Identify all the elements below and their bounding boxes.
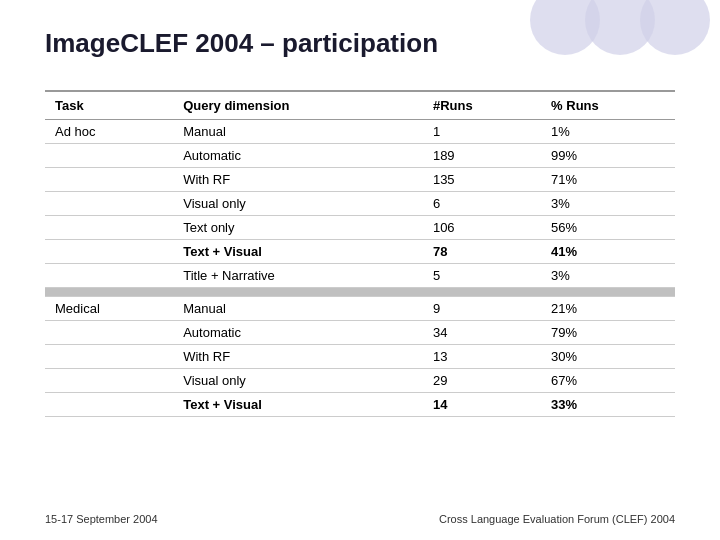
table-container: Task Query dimension #Runs % Runs Ad hoc… [45, 90, 675, 417]
table-cell-runs: 6 [423, 192, 541, 216]
table-cell-pct: 30% [541, 345, 675, 369]
table-cell-query: Manual [173, 120, 423, 144]
col-pct: % Runs [541, 91, 675, 120]
table-cell-runs: 189 [423, 144, 541, 168]
table-cell-runs: 5 [423, 264, 541, 288]
table-row: Visual only63% [45, 192, 675, 216]
table-cell-pct: 79% [541, 321, 675, 345]
separator-cell [541, 288, 675, 297]
col-task: Task [45, 91, 173, 120]
circle-3 [530, 0, 600, 55]
table-cell-task [45, 369, 173, 393]
table-cell-query: Title + Narrative [173, 264, 423, 288]
table-cell-runs: 106 [423, 216, 541, 240]
table-row: Visual only2967% [45, 369, 675, 393]
separator-cell [45, 288, 173, 297]
table-cell-runs: 29 [423, 369, 541, 393]
table-row: Automatic18999% [45, 144, 675, 168]
table-cell-runs: 34 [423, 321, 541, 345]
col-runs: #Runs [423, 91, 541, 120]
table-header-row: Task Query dimension #Runs % Runs [45, 91, 675, 120]
table-cell-query: Visual only [173, 192, 423, 216]
separator-cell [173, 288, 423, 297]
table-row: Ad hocManual11% [45, 120, 675, 144]
table-row: Title + Narrative53% [45, 264, 675, 288]
table-cell-pct: 67% [541, 369, 675, 393]
table-row: Text only10656% [45, 216, 675, 240]
table-cell-query: Visual only [173, 369, 423, 393]
table-cell-runs: 135 [423, 168, 541, 192]
col-query: Query dimension [173, 91, 423, 120]
table-cell-task [45, 345, 173, 369]
page-title: ImageCLEF 2004 – participation [45, 28, 438, 59]
table-cell-query: Text + Visual [173, 393, 423, 417]
table-row: Automatic3479% [45, 321, 675, 345]
table-cell-task [45, 393, 173, 417]
table-cell-pct: 71% [541, 168, 675, 192]
table-row: With RF13571% [45, 168, 675, 192]
table-cell-task: Medical [45, 297, 173, 321]
participation-table: Task Query dimension #Runs % Runs Ad hoc… [45, 90, 675, 417]
table-cell-runs: 14 [423, 393, 541, 417]
table-cell-query: Manual [173, 297, 423, 321]
table-cell-pct: 41% [541, 240, 675, 264]
table-row: Text + Visual7841% [45, 240, 675, 264]
table-cell-task [45, 192, 173, 216]
circle-1 [640, 0, 710, 55]
table-cell-pct: 33% [541, 393, 675, 417]
table-cell-runs: 1 [423, 120, 541, 144]
circle-2 [585, 0, 655, 55]
table-cell-task [45, 216, 173, 240]
table-cell-task [45, 240, 173, 264]
table-cell-query: Text + Visual [173, 240, 423, 264]
table-cell-runs: 78 [423, 240, 541, 264]
table-cell-pct: 1% [541, 120, 675, 144]
table-cell-task [45, 168, 173, 192]
table-row [45, 288, 675, 297]
table-cell-task [45, 321, 173, 345]
table-cell-pct: 99% [541, 144, 675, 168]
table-cell-query: Automatic [173, 321, 423, 345]
table-cell-task [45, 264, 173, 288]
table-row: Text + Visual1433% [45, 393, 675, 417]
footer-right: Cross Language Evaluation Forum (CLEF) 2… [439, 513, 675, 525]
table-cell-query: With RF [173, 168, 423, 192]
table-cell-task [45, 144, 173, 168]
table-cell-pct: 3% [541, 264, 675, 288]
table-cell-pct: 56% [541, 216, 675, 240]
table-cell-pct: 21% [541, 297, 675, 321]
footer-left: 15-17 September 2004 [45, 513, 158, 525]
table-cell-pct: 3% [541, 192, 675, 216]
table-cell-query: Automatic [173, 144, 423, 168]
table-cell-runs: 9 [423, 297, 541, 321]
decorative-circles [520, 0, 720, 80]
table-row: MedicalManual921% [45, 297, 675, 321]
table-cell-task: Ad hoc [45, 120, 173, 144]
table-cell-runs: 13 [423, 345, 541, 369]
separator-cell [423, 288, 541, 297]
table-cell-query: Text only [173, 216, 423, 240]
table-cell-query: With RF [173, 345, 423, 369]
table-row: With RF1330% [45, 345, 675, 369]
